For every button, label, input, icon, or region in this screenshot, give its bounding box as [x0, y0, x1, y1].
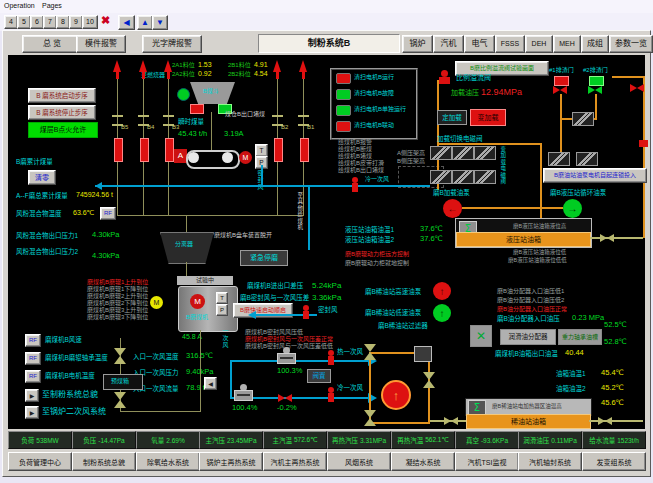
nav-condensate[interactable]: 凝结水系统 [391, 452, 455, 471]
overview-button[interactable]: 总 览 [22, 35, 82, 53]
valve-icon[interactable] [630, 84, 637, 92]
mill-name: B磨煤机 [186, 314, 208, 321]
gate-icon[interactable] [190, 104, 204, 114]
valve-icon[interactable] [114, 348, 126, 356]
page-button-9[interactable]: 9 [69, 15, 83, 29]
valve-icon[interactable] [114, 400, 126, 408]
nav-boiler-reheat[interactable]: 锅炉主再热系统 [199, 452, 263, 471]
nav-turbine-reheat[interactable]: 汽机主再热系统 [263, 452, 327, 471]
slag-valve2[interactable] [589, 76, 604, 86]
goto-pulverizing-overview-button[interactable]: ▶ [25, 389, 39, 402]
valve-icon[interactable] [607, 234, 614, 242]
feeder-motor[interactable]: M [239, 151, 252, 164]
solenoid-valve-icon[interactable] [572, 112, 594, 126]
valve-icon[interactable] [451, 417, 458, 425]
mill-motor[interactable]: M [190, 294, 205, 309]
page-button-7[interactable]: 7 [43, 15, 57, 29]
oil-station-interlock-button[interactable]: B磨油站油泵电机自起连锁投入 [543, 168, 647, 183]
goto-secondary-air-button[interactable]: ▶ [25, 406, 39, 419]
system-button-turbine[interactable]: 汽机 [433, 35, 464, 53]
load-pump[interactable]: ← [443, 199, 462, 218]
rf-trend-button-mix-temp[interactable]: RF [100, 207, 116, 220]
clear-button[interactable]: 清零 [28, 170, 56, 185]
system-button-group[interactable]: 成组 [581, 35, 609, 53]
var-load-button[interactable]: 变加载 [470, 109, 506, 126]
fixed-load-button[interactable]: 定加载 [437, 110, 467, 125]
mill-point-button[interactable]: P [216, 304, 228, 316]
system-button-params[interactable]: 参数一览 [609, 35, 653, 53]
nav-turbine-tsi[interactable]: 汽机TSI监视 [455, 452, 519, 471]
valve-icon[interactable] [423, 372, 435, 380]
mill-stop-seq-button[interactable]: B 磨系统停止步序 [28, 105, 96, 120]
valve-icon[interactable] [114, 392, 126, 400]
page-button-10[interactable]: 10 [82, 15, 98, 29]
menu-operation[interactable]: Operation [4, 2, 35, 10]
system-button-meh[interactable]: MEH [553, 35, 581, 53]
hs-pump-status[interactable]: ↑ [433, 282, 451, 300]
page-button-5[interactable]: 5 [17, 15, 31, 29]
nav-pulverizing-overview[interactable]: 制粉系统总貌 [72, 452, 136, 471]
solenoid-valve-icon[interactable] [452, 170, 474, 184]
rf-trend-button-bearing[interactable]: RF [25, 352, 41, 365]
up-button[interactable]: ▲ [137, 15, 153, 30]
damper-icon[interactable] [277, 353, 296, 364]
module-alarm-button[interactable]: 模件报警 [76, 35, 126, 53]
back-button[interactable]: ◀ [118, 15, 135, 30]
valve-icon[interactable] [364, 344, 376, 352]
page-button-6[interactable]: 6 [30, 15, 44, 29]
rf-trend-button-motor[interactable]: RF [25, 370, 41, 383]
solenoid-valve-icon[interactable] [548, 152, 570, 166]
tank-temp2-value: 45.2℃ [601, 384, 624, 393]
valve-position-button[interactable]: 阀置 [307, 369, 331, 383]
rf-trend-button-speed[interactable]: RF [25, 334, 41, 347]
down-button[interactable]: ▼ [152, 15, 168, 30]
valve-icon[interactable] [114, 356, 126, 364]
valve-icon[interactable] [598, 417, 605, 425]
nav-load-center[interactable]: 负荷管理中心 [8, 452, 72, 471]
valve-icon[interactable] [364, 352, 376, 360]
valve-icon[interactable] [423, 380, 435, 388]
valve-icon[interactable] [278, 394, 285, 402]
system-button-boiler[interactable]: 锅炉 [402, 35, 433, 53]
valve-icon[interactable] [600, 234, 607, 242]
nav-shaft-seal[interactable]: 汽机轴封系统 [518, 452, 582, 471]
valve-icon[interactable] [285, 394, 292, 402]
hyd-temp1-value: 37.6℃ [420, 225, 443, 234]
system-button-electric[interactable]: 电气 [464, 35, 495, 53]
goto-pulverizing-overview[interactable]: 至制粉系统总貌 [42, 390, 98, 399]
page-title[interactable]: 制粉系统B [258, 34, 400, 53]
system-button-deh[interactable]: DEH [525, 35, 553, 53]
system-button-fsss[interactable]: FSSS [495, 35, 525, 53]
solenoid-valve-icon[interactable] [576, 152, 598, 166]
circ-pump[interactable]: → [563, 199, 582, 218]
solenoid-valve-icon[interactable] [474, 146, 496, 160]
back-small-button[interactable]: ◀ [204, 377, 217, 390]
prop-valve-icon[interactable] [441, 70, 448, 77]
light-alarm-button[interactable]: 光字牌报警 [142, 35, 202, 53]
valve-icon[interactable] [605, 417, 612, 425]
menu-pages[interactable]: Pages [42, 2, 62, 10]
mill-start-seq-button[interactable]: B 磨系统启动步序 [28, 88, 96, 103]
valve-icon[interactable] [637, 84, 644, 92]
valve-icon[interactable] [444, 417, 451, 425]
slag-valve1[interactable] [554, 76, 569, 86]
valve-icon[interactable] [364, 410, 376, 418]
mill-trend-button[interactable]: T [216, 292, 228, 304]
solenoid-valve-icon[interactable] [474, 170, 496, 184]
damper-icon[interactable] [234, 390, 253, 401]
delete-icon[interactable]: ✖ [101, 14, 110, 27]
goto-secondary-air[interactable]: 至锅炉二次风系统 [42, 407, 106, 416]
nav-deaerator-feedwater[interactable]: 除氧给水系统 [136, 452, 200, 471]
solenoid-valve-icon[interactable] [452, 146, 474, 160]
emergency-stop-button[interactable]: 紧急停磨 [240, 250, 288, 266]
page-button-8[interactable]: 8 [56, 15, 70, 29]
valve-icon[interactable] [364, 418, 376, 426]
nav-generator[interactable]: 发变组系统 [582, 452, 646, 471]
lube-main-pump[interactable]: ↑ [381, 380, 411, 410]
solenoid-valve-icon[interactable] [430, 146, 452, 160]
ls-pump-status[interactable]: ↑ [433, 304, 451, 322]
nav-air-flue[interactable]: 风烟系统 [327, 452, 391, 471]
page-button-4[interactable]: 4 [4, 15, 18, 29]
pipe [121, 411, 200, 412]
solenoid-valve-icon[interactable] [430, 170, 452, 184]
